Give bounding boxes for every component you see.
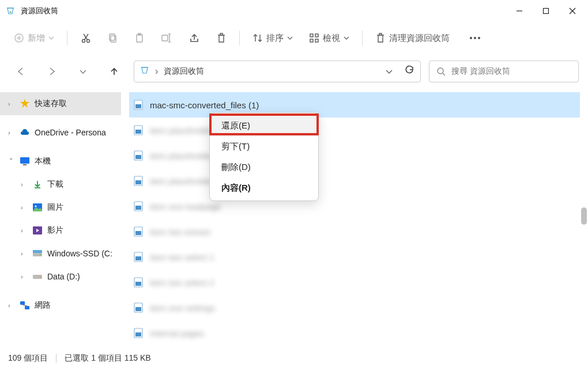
context-restore[interactable]: 還原(E) <box>210 115 318 136</box>
sidebar-item-drive-d[interactable]: › Data (D:) <box>0 265 121 288</box>
svg-rect-1 <box>544 9 549 14</box>
breadcrumb[interactable]: 資源回收筒 <box>164 66 204 77</box>
file-item[interactable]: item two extract <box>129 219 580 244</box>
file-item[interactable]: mac-smc-converted_files (1) <box>129 92 580 118</box>
sidebar-item-drive-c[interactable]: › Windows-SSD (C: <box>0 242 121 265</box>
up-button[interactable] <box>103 60 126 83</box>
chevron-right-icon: › <box>21 204 28 211</box>
context-delete[interactable]: 刪除(D) <box>210 157 318 177</box>
svg-rect-44 <box>20 301 25 305</box>
delete-button[interactable] <box>208 28 235 48</box>
scrollbar-thumb[interactable] <box>581 207 587 225</box>
recycle-bin-icon <box>140 66 149 77</box>
file-item[interactable]: item one settings <box>129 295 580 320</box>
sidebar-item-onedrive[interactable]: › OneDrive - Persona <box>0 121 121 144</box>
status-item-count: 109 個項目 <box>8 353 48 364</box>
sidebar-item-videos[interactable]: › 影片 <box>0 219 121 242</box>
sidebar-item-label: 下載 <box>47 179 63 190</box>
copy-button <box>100 28 126 48</box>
svg-rect-24 <box>310 39 313 42</box>
address-bar[interactable]: › 資源回收筒 <box>134 60 421 82</box>
share-button[interactable] <box>180 28 208 48</box>
context-properties[interactable]: 內容(R) <box>210 177 318 198</box>
file-name: internal pages <box>150 328 204 338</box>
video-icon <box>32 225 43 236</box>
svg-point-43 <box>40 277 41 278</box>
sort-label: 排序 <box>266 33 284 44</box>
file-icon <box>134 226 144 237</box>
svg-point-7 <box>82 40 85 43</box>
sort-button[interactable]: 排序 <box>244 28 301 48</box>
view-label: 檢視 <box>323 33 340 44</box>
sidebar-item-network[interactable]: › 網路 <box>0 294 121 317</box>
file-item[interactable]: item placeholder data <box>129 118 580 143</box>
chevron-down-icon <box>344 35 349 41</box>
search-input[interactable]: 搜尋 資源回收筒 <box>429 60 579 82</box>
sidebar-item-pictures[interactable]: › 圖片 <box>0 196 121 219</box>
back-button[interactable] <box>9 60 32 83</box>
maximize-button[interactable] <box>533 2 559 20</box>
cloud-icon <box>20 127 30 138</box>
sidebar-item-label: 影片 <box>47 225 63 236</box>
file-item[interactable]: internal pages <box>129 320 580 346</box>
file-item[interactable]: item two select 2 <box>129 270 580 295</box>
svg-rect-58 <box>135 231 141 235</box>
refresh-button[interactable] <box>404 65 414 78</box>
file-icon <box>134 277 144 287</box>
new-label: 新增 <box>28 33 45 44</box>
close-button[interactable] <box>559 2 586 20</box>
titlebar: 資源回收筒 <box>0 0 588 22</box>
more-button[interactable] <box>461 32 489 44</box>
sidebar-item-label: OneDrive - Persona <box>35 128 106 137</box>
file-icon <box>134 328 144 338</box>
svg-line-46 <box>22 305 27 306</box>
cut-button[interactable] <box>72 28 100 48</box>
file-icon <box>134 302 144 313</box>
file-list[interactable]: mac-smc-converted_files (1)item placehol… <box>121 89 588 350</box>
rename-button <box>153 28 180 48</box>
svg-point-37 <box>35 206 37 207</box>
svg-rect-56 <box>135 206 141 210</box>
minimize-button[interactable] <box>506 2 533 20</box>
svg-rect-32 <box>20 157 29 164</box>
file-item[interactable]: item one loadpage <box>129 194 580 219</box>
status-bar: 109 個項目 已選取 1 個項目 115 KB <box>0 350 588 367</box>
chevron-right-icon: › <box>8 100 15 107</box>
forward-button[interactable] <box>40 60 63 83</box>
svg-point-8 <box>87 40 90 43</box>
svg-rect-33 <box>23 164 27 165</box>
drive-icon <box>32 271 43 282</box>
empty-recycle-button[interactable]: 清理資源回收筒 <box>367 28 458 48</box>
file-item[interactable]: item two select 1 <box>129 244 580 270</box>
file-item[interactable]: item placeholder data <box>129 143 580 168</box>
chevron-down-icon[interactable] <box>386 66 393 77</box>
file-icon <box>134 150 144 161</box>
svg-rect-54 <box>135 180 141 184</box>
file-icon <box>134 176 144 186</box>
svg-rect-40 <box>33 250 42 253</box>
svg-rect-23 <box>315 34 318 37</box>
svg-point-30 <box>438 68 443 74</box>
file-icon <box>134 125 144 135</box>
recent-button[interactable] <box>71 60 95 83</box>
view-button[interactable]: 檢視 <box>301 28 357 48</box>
download-icon <box>32 179 43 190</box>
file-item[interactable]: item placeholder data <box>129 168 580 194</box>
toolbar: 新增 排序 檢視 清理資源回收筒 <box>0 22 588 54</box>
navbar: › 資源回收筒 搜尋 資源回收筒 <box>0 54 588 89</box>
svg-rect-60 <box>135 256 141 260</box>
chevron-down-icon <box>287 35 293 41</box>
svg-rect-62 <box>135 282 141 286</box>
svg-rect-66 <box>135 332 141 336</box>
svg-rect-25 <box>315 39 318 42</box>
context-cut[interactable]: 剪下(T) <box>210 136 318 157</box>
chevron-right-icon: › <box>155 66 158 77</box>
sidebar-item-this-pc[interactable]: › 本機 <box>0 150 121 173</box>
sidebar-item-label: 本機 <box>35 156 51 167</box>
sidebar-item-quick-access[interactable]: › 快速存取 <box>0 92 121 115</box>
file-icon <box>134 201 144 211</box>
chevron-right-icon: › <box>21 250 28 257</box>
new-button: 新增 <box>6 28 62 48</box>
svg-rect-48 <box>135 104 141 108</box>
sidebar-item-downloads[interactable]: › 下載 <box>0 173 121 196</box>
